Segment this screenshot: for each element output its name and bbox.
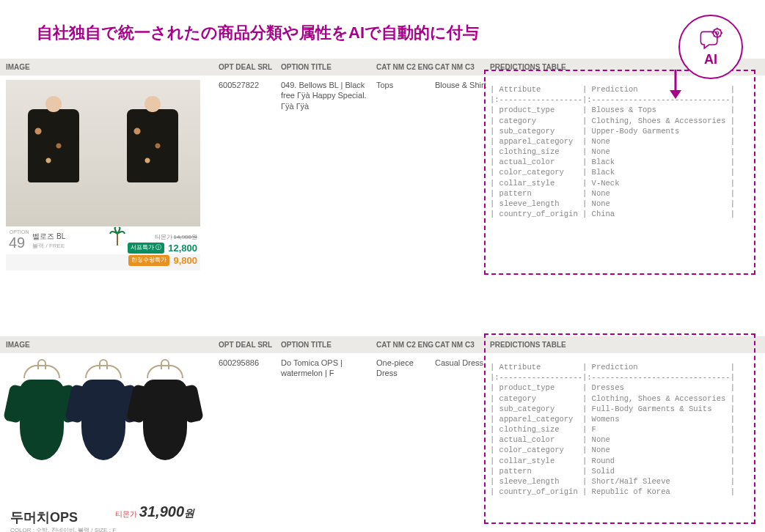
- product-image: OPTION 49 벨로즈 BL 블랙 / FREE 티몬가 14,900원 서…: [6, 80, 200, 270]
- table-row: 두머치OPS COLOR : 수박, 진네이비, 블랙 / SIZE : F 티…: [0, 353, 765, 532]
- svg-marker-11: [670, 90, 681, 99]
- svg-line-6: [714, 29, 715, 31]
- price-badges: 티몬가 14,900원 서프특가 ⓘ 12,800 한정수량특가 9,800: [128, 233, 197, 267]
- price-block: 티몬가 31,900원: [115, 503, 194, 520]
- col-opt-deal-srl: OPT DEAL SRL: [219, 341, 281, 349]
- price-value: 31,900: [139, 503, 184, 520]
- palm-tree-icon: [109, 223, 126, 245]
- option-prefix: OPTION: [10, 229, 29, 234]
- option-title-value: 049. Bellows BL | Black free Гÿà Happy S…: [281, 80, 376, 111]
- col-cat-c2: CAT NM C2 ENG: [376, 341, 435, 349]
- option-title-value: Do Tomica OPS | watermelon | F: [281, 358, 376, 379]
- cat-c3-value: Casual Dress: [435, 358, 490, 368]
- product-table-1: IMAGE OPT DEAL SRL OPTION TITLE CAT NM C…: [0, 59, 765, 278]
- dress-green: [12, 365, 72, 475]
- predictions-table-content: | Attribute | Prediction | |:-----------…: [490, 358, 759, 501]
- product-table-2: IMAGE OPT DEAL SRL OPTION TITLE CAT NM C…: [0, 336, 765, 532]
- dress-black: [135, 365, 195, 475]
- col-cat-c3: CAT NM C3: [435, 341, 490, 349]
- col-image: IMAGE: [6, 63, 219, 71]
- col-option-title: OPTION TITLE: [281, 63, 376, 71]
- price-label: 티몬가: [115, 510, 137, 518]
- ai-head-gear-icon: [696, 27, 725, 51]
- product-variant: 블랙 / FREE: [32, 242, 65, 250]
- limited-badge: 한정수량특가: [128, 255, 169, 266]
- option-number: 49: [9, 234, 25, 251]
- sale-badge: 서프특가 ⓘ: [128, 243, 164, 254]
- headline: 自社独自で統一されたの商品分類や属性をAIで自動的に付与: [0, 0, 765, 59]
- limited-price: 9,800: [173, 255, 197, 266]
- ai-badge-label: AI: [704, 52, 717, 67]
- dress-navy: [73, 365, 133, 475]
- svg-line-8: [714, 35, 715, 37]
- arrow-down-icon: [667, 70, 684, 99]
- product-name: 벨로즈 BL: [32, 232, 65, 242]
- cat-c2-value: Tops: [376, 80, 435, 90]
- opt-deal-srl-value: 600527822: [219, 80, 281, 90]
- product-variant: COLOR : 수박, 진네이비, 블랙 / SIZE : F: [10, 526, 196, 532]
- col-opt-deal-srl: OPT DEAL SRL: [219, 63, 281, 71]
- sale-price: 12,800: [168, 243, 197, 254]
- opt-deal-srl-value: 600295886: [219, 358, 281, 368]
- col-cat-c2: CAT NM C2 ENG: [376, 63, 435, 71]
- col-predictions: PREDICTIONS TABLE: [490, 341, 759, 349]
- price-currency: 원: [184, 507, 194, 519]
- list-price: 14,900원: [174, 233, 197, 241]
- cat-c2-value: One-piece Dress: [376, 358, 435, 379]
- col-option-title: OPTION TITLE: [281, 341, 376, 349]
- list-price-label: 티몬가: [155, 233, 172, 241]
- table-header: IMAGE OPT DEAL SRL OPTION TITLE CAT NM C…: [0, 336, 765, 353]
- predictions-table-content: | Attribute | Prediction | |:-----------…: [490, 80, 759, 223]
- svg-line-7: [720, 35, 721, 37]
- col-cat-c3: CAT NM C3: [435, 63, 490, 71]
- cat-c3-value: Blouse & Shirt: [435, 80, 490, 90]
- table-row: OPTION 49 벨로즈 BL 블랙 / FREE 티몬가 14,900원 서…: [0, 75, 765, 278]
- svg-line-9: [720, 29, 721, 31]
- col-image: IMAGE: [6, 341, 219, 349]
- table-header: IMAGE OPT DEAL SRL OPTION TITLE CAT NM C…: [0, 59, 765, 75]
- ai-badge: AI: [678, 15, 743, 79]
- product-image: 두머치OPS COLOR : 수박, 진네이비, 블랙 / SIZE : F 티…: [6, 358, 200, 526]
